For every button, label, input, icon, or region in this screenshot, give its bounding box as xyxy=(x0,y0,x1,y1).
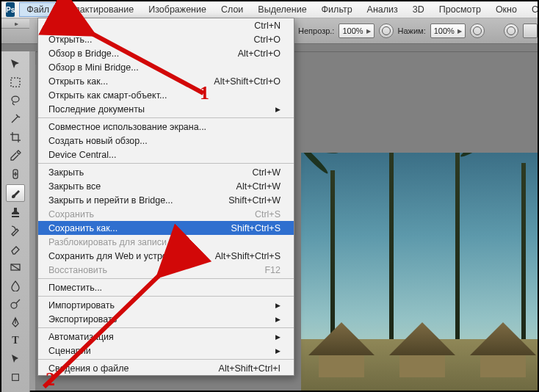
menu-item[interactable]: Device Central... xyxy=(38,148,294,161)
menu-item-label: Автоматизация xyxy=(48,332,114,342)
eyedropper-tool[interactable] xyxy=(7,148,24,164)
app-badge: Ps xyxy=(6,2,15,17)
menu-item[interactable]: Сохранить как...Shift+Ctrl+S xyxy=(38,221,294,235)
marquee-tool[interactable] xyxy=(7,74,24,90)
menu-select[interactable]: Выделение xyxy=(250,2,314,17)
menu-item-shortcut: Alt+Shift+Ctrl+I xyxy=(219,363,281,374)
submenu-arrow-icon: ▶ xyxy=(275,347,281,355)
menu-item-label: Открыть... xyxy=(48,35,93,45)
menu-separator xyxy=(38,296,294,297)
menu-item[interactable]: Автоматизация▶ xyxy=(38,330,294,344)
menu-item-label: Сохранить как... xyxy=(48,223,117,233)
submenu-arrow-icon: ▶ xyxy=(275,333,281,341)
blur-tool[interactable] xyxy=(7,277,24,294)
menu-item[interactable]: Экспортировать▶ xyxy=(38,312,294,326)
svg-point-4 xyxy=(11,302,17,308)
menu-item[interactable]: Сценарии▶ xyxy=(38,344,294,357)
menu-item[interactable]: ЗакрытьCtrl+W xyxy=(38,165,294,179)
menu-item-shortcut: Shift+Ctrl+W xyxy=(228,195,281,206)
menu-item-shortcut: Alt+Shift+Ctrl+O xyxy=(214,76,281,87)
menu-item[interactable]: Совместное использование экрана... xyxy=(38,120,294,134)
menu-item[interactable]: Последние документы▶ xyxy=(38,102,294,116)
airbrush-icon[interactable] xyxy=(470,23,485,38)
pressure-opacity-icon[interactable] xyxy=(379,23,394,38)
history-brush-tool[interactable] xyxy=(7,222,24,239)
gradient-tool[interactable] xyxy=(7,259,24,275)
menu-item-label: Восстановить xyxy=(48,265,107,275)
menu-separator xyxy=(38,327,294,328)
menu-item[interactable]: Закрыть всеAlt+Ctrl+W xyxy=(38,179,294,193)
menu-image[interactable]: Изображение xyxy=(141,2,214,17)
menu-item[interactable]: Открыть как...Alt+Shift+Ctrl+O xyxy=(38,74,294,88)
pen-tool[interactable] xyxy=(7,314,24,330)
menu-file[interactable]: Файл xyxy=(19,2,57,17)
app-frame: Ps ФайлРедактированиеИзображениеСлоиВыде… xyxy=(0,0,539,392)
menu-filter[interactable]: Фильтр xyxy=(314,2,360,17)
svg-point-1 xyxy=(12,96,19,102)
flow-label: Нажим: xyxy=(398,26,426,35)
menu-item[interactable]: Открыть...Ctrl+O xyxy=(38,32,294,46)
menu-item[interactable]: Создать новый обзор... xyxy=(38,134,294,148)
menu-item-label: Сохранить xyxy=(48,209,94,219)
menu-item[interactable]: Обзор в Bridge...Alt+Ctrl+O xyxy=(38,46,294,60)
submenu-arrow-icon: ▶ xyxy=(275,316,281,323)
menu-item[interactable]: Импортировать▶ xyxy=(38,298,294,312)
type-tool[interactable]: T xyxy=(7,333,24,349)
menu-item[interactable]: Сохранить для Web и устройств...Alt+Shif… xyxy=(38,249,294,263)
menu-view[interactable]: Просмотр xyxy=(432,2,488,17)
menu-item-shortcut: Shift+Ctrl+S xyxy=(231,223,281,233)
menu-item-label: Сведения о файле xyxy=(48,363,129,374)
menu-item-label: Device Central... xyxy=(48,150,116,160)
menu-item-label: Сценарии xyxy=(48,346,91,356)
menu-item-label: Совместное использование экрана... xyxy=(48,122,206,132)
pressure-size-icon[interactable] xyxy=(504,23,518,38)
brush-tool[interactable] xyxy=(6,184,25,202)
menu-3d[interactable]: 3D xyxy=(405,2,432,17)
dodge-tool[interactable] xyxy=(7,296,24,312)
menu-separator xyxy=(38,278,294,279)
menu-item-shortcut: Ctrl+O xyxy=(254,35,281,45)
healing-tool[interactable] xyxy=(7,166,24,182)
panel-collapse-toggle[interactable]: ▸▸ xyxy=(1,19,29,29)
svg-rect-5 xyxy=(12,374,19,381)
menu-item[interactable]: Поместить... xyxy=(38,280,294,294)
stamp-tool[interactable] xyxy=(7,204,24,220)
menu-help[interactable]: Справ xyxy=(524,2,539,17)
eraser-tool[interactable] xyxy=(7,241,24,257)
menu-item[interactable]: Сведения о файлеAlt+Shift+Ctrl+I xyxy=(38,361,294,375)
menu-item-label: Импортировать xyxy=(48,300,115,311)
menu-item-label: Сохранить для Web и устройств... xyxy=(48,251,194,261)
opacity-label: Непрозр.: xyxy=(298,26,334,35)
menu-item-shortcut: F12 xyxy=(264,265,281,275)
document-image xyxy=(301,153,538,391)
menu-item-label: Обзор в Bridge... xyxy=(48,48,119,59)
menu-layers[interactable]: Слои xyxy=(214,2,250,17)
menu-item-label: Поместить... xyxy=(48,283,102,293)
menu-item-shortcut: Ctrl+W xyxy=(252,167,281,178)
shape-tool[interactable] xyxy=(7,369,24,385)
flow-field[interactable]: 100% ▶ xyxy=(430,23,466,38)
menu-edit[interactable]: Редактирование xyxy=(57,2,141,17)
opacity-field[interactable]: 100% ▶ xyxy=(339,23,374,38)
menu-item-label: Открыть как... xyxy=(48,76,108,87)
move-tool[interactable] xyxy=(7,56,24,72)
tablet-options-icon[interactable] xyxy=(523,23,538,38)
menu-item-label: Закрыть и перейти в Bridge... xyxy=(48,195,173,206)
menu-item-label: Разблокировать для записи... xyxy=(48,237,174,247)
menu-item-shortcut: Ctrl+S xyxy=(255,209,281,219)
menu-analysis[interactable]: Анализ xyxy=(360,2,405,17)
menu-window[interactable]: Окно xyxy=(488,2,524,17)
menu-item[interactable]: Создать...Ctrl+N xyxy=(38,18,294,32)
path-select-tool[interactable] xyxy=(7,351,24,367)
menubar: Ps ФайлРедактированиеИзображениеСлоиВыде… xyxy=(1,1,538,18)
menu-item[interactable]: Закрыть и перейти в Bridge...Shift+Ctrl+… xyxy=(38,193,294,207)
menu-item[interactable]: Открыть как смарт-объект... xyxy=(38,88,294,102)
menu-separator xyxy=(38,117,294,118)
lasso-tool[interactable] xyxy=(7,92,24,109)
menu-separator xyxy=(38,163,294,164)
crop-tool[interactable] xyxy=(7,129,24,145)
menu-item-label: Обзор в Mini Bridge... xyxy=(48,62,139,73)
menu-item: СохранитьCtrl+S xyxy=(38,207,294,221)
menu-item[interactable]: Обзор в Mini Bridge... xyxy=(38,60,294,74)
wand-tool[interactable] xyxy=(7,111,24,127)
